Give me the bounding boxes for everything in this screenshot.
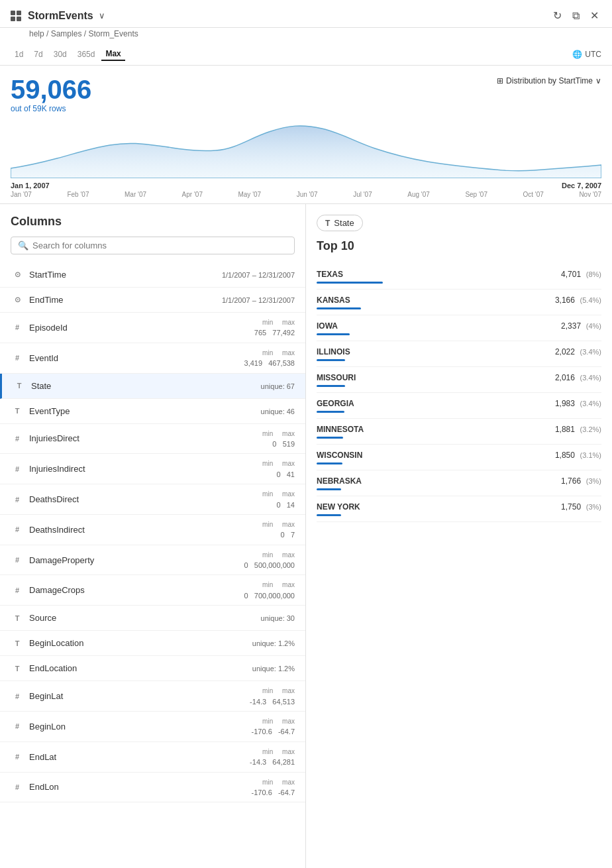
col-name-injuriesdirect: InjuriesDirect [29, 433, 262, 443]
end-date: Dec 7, 2007 [562, 182, 601, 190]
right-panel: T State Top 10 TEXAS 4,701 (8%) KANSAS 3… [306, 204, 612, 868]
col-value-eventid: min max3,419 467,538 [244, 347, 295, 369]
column-row-deathsindirect[interactable]: # DeathsIndirect min max0 7 [0, 515, 305, 545]
time-btn-365d[interactable]: 365d [74, 48, 99, 61]
col-type-icon-injuriesdirect: # [11, 435, 24, 443]
column-row-injuriesdirect[interactable]: # InjuriesDirect min max0 519 [0, 424, 305, 455]
column-row-damagecrops[interactable]: # DamageCrops min max0 700,000,000 [0, 575, 305, 606]
top10-item-minnesota: MINNESOTA 1,881 (3.2%) [317, 419, 601, 445]
axis-may: May '07 [238, 191, 261, 198]
top10-bar [317, 333, 350, 335]
col-meta-endlat: min max-14.3 64,281 [250, 747, 295, 766]
column-row-eventid[interactable]: # EventId min max3,419 467,538 [0, 343, 305, 374]
col-value-starttime: 1/1/2007 – 12/31/2007 [222, 270, 295, 280]
top10-value: 4,701 [561, 270, 581, 279]
time-btn-7d[interactable]: 7d [30, 48, 46, 61]
distribution-label: Distribution by StartTime [506, 76, 593, 85]
search-icon: 🔍 [18, 241, 28, 250]
time-btn-30d[interactable]: 30d [50, 48, 71, 61]
column-row-beginlon[interactable]: # BeginLon min max-170.6 -64.7 [0, 712, 305, 742]
col-type-icon-endlat: # [11, 753, 24, 761]
col-value-endlat: min max-14.3 64,281 [250, 746, 295, 768]
col-meta-endlocation: unique: 1.2% [252, 665, 295, 673]
top10-name: ILLINOIS [317, 347, 350, 356]
col-type-icon-endlocation: T [11, 665, 24, 673]
axis-jun: Jun '07 [297, 191, 318, 198]
chart-subtext: out of 59K rows [11, 104, 91, 113]
column-row-episodeid[interactable]: # EpisodeId min max765 77,492 [0, 313, 305, 343]
top10-value: 3,166 [555, 296, 575, 305]
column-row-endtime[interactable]: ⊙ EndTime 1/1/2007 – 12/31/2007 [0, 288, 305, 313]
col-value-beginlocation: unique: 1.2% [252, 638, 295, 648]
column-row-beginlat[interactable]: # BeginLat min max-14.3 64,513 [0, 681, 305, 712]
axis-apr: Apr '07 [182, 191, 203, 198]
top10-list: TEXAS 4,701 (8%) KANSAS 3,166 (5.4%) IOW… [317, 264, 601, 522]
top10-pct: (3%) [586, 503, 601, 511]
column-row-starttime[interactable]: ⊙ StartTime 1/1/2007 – 12/31/2007 [0, 262, 305, 288]
col-value-deathsdirect: min max0 14 [262, 488, 295, 510]
refresh-button[interactable]: ↻ [550, 7, 564, 25]
col-meta-deathsdirect: min max0 14 [262, 490, 295, 508]
top10-bar [317, 514, 341, 516]
column-row-eventtype[interactable]: T EventType unique: 46 [0, 399, 305, 424]
top10-item-texas: TEXAS 4,701 (8%) [317, 264, 601, 290]
column-row-source[interactable]: T Source unique: 30 [0, 606, 305, 631]
col-value-beginlat: min max-14.3 64,513 [250, 685, 295, 707]
col-type-icon-beginlat: # [11, 692, 24, 700]
top10-item-iowa: IOWA 2,337 (4%) [317, 315, 601, 341]
close-button[interactable]: ✕ [587, 7, 601, 25]
col-type-icon-endtime: ⊙ [11, 296, 24, 304]
top10-value-pct: 2,022 (3.4%) [555, 347, 601, 356]
col-value-endtime: 1/1/2007 – 12/31/2007 [222, 295, 295, 305]
top10-value-pct: 1,881 (3.2%) [555, 424, 601, 434]
globe-icon: 🌐 [572, 50, 582, 59]
col-type-icon-injuriesindirect: # [11, 465, 24, 473]
axis-oct: Oct '07 [523, 191, 544, 198]
column-row-damageproperty[interactable]: # DamageProperty min max0 500,000,000 [0, 545, 305, 576]
top10-value: 2,016 [555, 373, 575, 382]
col-value-endlon: min max-170.6 -64.7 [252, 777, 295, 798]
column-row-endlat[interactable]: # EndLat min max-14.3 64,281 [0, 742, 305, 773]
app-title-dropdown[interactable]: ∨ [99, 11, 105, 21]
search-input[interactable] [32, 241, 287, 250]
col-type-icon-eventid: # [11, 354, 24, 362]
expand-button[interactable]: ⧉ [570, 7, 582, 25]
top10-value: 1,750 [561, 502, 581, 512]
top10-item-header: MISSOURI 2,016 (3.4%) [317, 372, 601, 382]
top10-item-header: ILLINOIS 2,022 (3.4%) [317, 347, 601, 356]
distribution-button[interactable]: ⊞ Distribution by StartTime ∨ [497, 76, 601, 85]
state-badge[interactable]: T State [317, 215, 363, 231]
table-icon: ⊞ [497, 76, 503, 85]
col-name-eventtype: EventType [29, 406, 261, 416]
top10-value-pct: 3,166 (5.4%) [555, 295, 601, 305]
column-row-beginlocation[interactable]: T BeginLocation unique: 1.2% [0, 631, 305, 656]
column-row-endlocation[interactable]: T EndLocation unique: 1.2% [0, 656, 305, 681]
top10-item-header: MINNESOTA 1,881 (3.2%) [317, 424, 601, 434]
col-value-beginlon: min max-170.6 -64.7 [252, 716, 295, 737]
top10-name: GEORGIA [317, 399, 354, 408]
top10-bar [317, 411, 344, 413]
col-value-episodeid: min max765 77,492 [254, 317, 295, 339]
top10-bar [317, 282, 383, 284]
column-row-endlon[interactable]: # EndLon min max-170.6 -64.7 [0, 773, 305, 803]
col-type-icon-endlon: # [11, 783, 24, 791]
top10-value-pct: 2,337 (4%) [561, 321, 601, 331]
top10-value-pct: 2,016 (3.4%) [555, 372, 601, 382]
top10-pct: (5.4%) [580, 296, 601, 304]
top10-value: 1,850 [555, 451, 575, 460]
col-meta-deathsindirect: min max0 7 [262, 520, 295, 539]
column-row-injuriesindirect[interactable]: # InjuriesIndirect min max0 41 [0, 454, 305, 484]
state-badge-type-icon: T [325, 219, 330, 228]
search-box[interactable]: 🔍 [11, 237, 295, 254]
utc-button[interactable]: 🌐 UTC [572, 50, 601, 59]
col-meta-damagecrops: min max0 700,000,000 [244, 580, 295, 599]
col-type-icon-state: T [13, 382, 26, 390]
top10-bar [317, 462, 342, 464]
col-type-icon-beginlon: # [11, 722, 24, 730]
column-row-deathsdirect[interactable]: # DeathsDirect min max0 14 [0, 484, 305, 515]
time-btn-1d[interactable]: 1d [11, 48, 27, 61]
col-meta-eventid: min max3,419 467,538 [244, 349, 295, 367]
col-meta-beginlat: min max-14.3 64,513 [250, 686, 295, 705]
time-btn-max[interactable]: Max [101, 48, 125, 61]
column-row-state[interactable]: T State unique: 67 [0, 374, 305, 399]
